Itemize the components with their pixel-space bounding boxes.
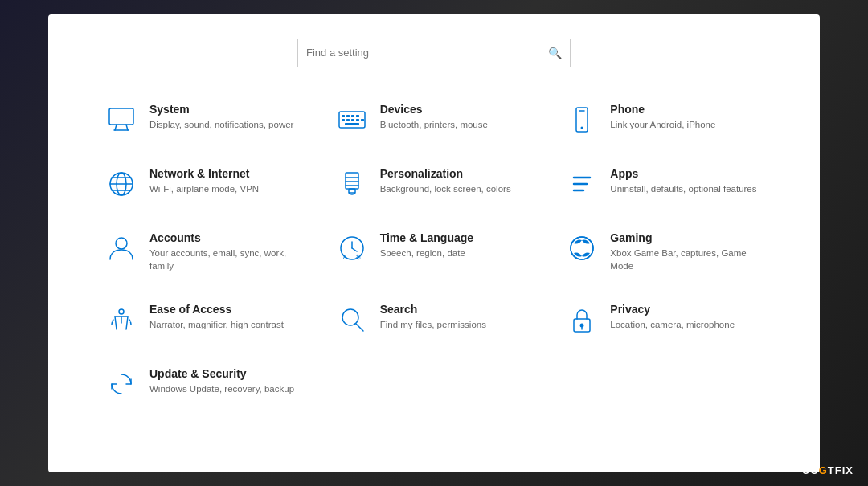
- settings-item-time[interactable]: A あ Time & Language Speech, region, date: [327, 220, 542, 284]
- phone-icon: [565, 103, 599, 137]
- accounts-desc: Your accounts, email, sync, work, family: [149, 247, 303, 272]
- settings-item-personalization[interactable]: Personalization Background, lock screen,…: [327, 156, 542, 212]
- settings-item-privacy[interactable]: Privacy Location, camera, microphone: [557, 292, 772, 348]
- clock-icon: A あ: [335, 231, 369, 265]
- svg-text:A: A: [343, 254, 347, 259]
- personalization-title: Personalization: [380, 167, 511, 180]
- svg-line-41: [356, 324, 363, 331]
- privacy-title: Privacy: [610, 303, 735, 316]
- gaming-text: Gaming Xbox Game Bar, captures, Game Mod…: [610, 231, 764, 272]
- person-icon: [104, 231, 138, 265]
- ease-title: Ease of Access: [149, 303, 284, 316]
- apps-icon: [565, 167, 599, 201]
- network-title: Network & Internet: [149, 167, 259, 180]
- settings-item-accounts[interactable]: Accounts Your accounts, email, sync, wor…: [96, 220, 311, 284]
- watermark: UCGTFIX: [802, 464, 854, 476]
- svg-rect-24: [349, 189, 355, 193]
- svg-point-39: [119, 309, 124, 314]
- search-desc: Find my files, permissions: [380, 318, 486, 331]
- settings-item-devices[interactable]: Devices Bluetooth, printers, mouse: [327, 92, 542, 148]
- settings-item-ease[interactable]: Ease of Access Narrator, magnifier, high…: [96, 292, 311, 348]
- devices-desc: Bluetooth, printers, mouse: [380, 118, 488, 131]
- lock-icon: [565, 303, 599, 337]
- settings-item-gaming[interactable]: Gaming Xbox Game Bar, captures, Game Mod…: [557, 220, 772, 284]
- update-desc: Windows Update, recovery, backup: [149, 382, 294, 395]
- settings-item-search[interactable]: Search Find my files, permissions: [327, 292, 542, 348]
- settings-window: 🔍 System Display, sound, notifications, …: [48, 14, 820, 472]
- privacy-text: Privacy Location, camera, microphone: [610, 303, 735, 331]
- brush-icon: [335, 167, 369, 201]
- svg-line-34: [352, 248, 357, 251]
- search-icon: [335, 303, 369, 337]
- apps-desc: Uninstall, defaults, optional features: [610, 182, 756, 195]
- phone-title: Phone: [610, 103, 715, 116]
- svg-rect-9: [342, 119, 345, 121]
- privacy-desc: Location, camera, microphone: [610, 318, 735, 331]
- svg-rect-14: [361, 119, 364, 121]
- svg-rect-0: [109, 108, 133, 125]
- svg-point-40: [342, 309, 358, 325]
- settings-item-system[interactable]: System Display, sound, notifications, po…: [96, 92, 311, 148]
- network-desc: Wi-Fi, airplane mode, VPN: [149, 182, 259, 195]
- svg-rect-13: [345, 123, 359, 125]
- keyboard-icon: [335, 103, 369, 137]
- update-text: Update & Security Windows Update, recove…: [149, 367, 294, 395]
- monitor-icon: [104, 103, 138, 137]
- gaming-title: Gaming: [610, 231, 764, 244]
- globe-icon: [104, 167, 138, 201]
- ease-desc: Narrator, magnifier, high contrast: [149, 318, 284, 331]
- personalization-text: Personalization Background, lock screen,…: [380, 167, 511, 195]
- time-text: Time & Language Speech, region, date: [380, 231, 473, 259]
- time-desc: Speech, region, date: [380, 247, 473, 259]
- update-icon: [104, 367, 138, 401]
- svg-point-17: [581, 126, 583, 129]
- settings-item-update[interactable]: Update & Security Windows Update, recove…: [96, 356, 311, 412]
- svg-rect-10: [346, 119, 350, 121]
- devices-text: Devices Bluetooth, printers, mouse: [380, 103, 488, 131]
- svg-point-31: [116, 238, 127, 249]
- settings-grid: System Display, sound, notifications, po…: [96, 92, 772, 412]
- svg-point-38: [571, 237, 593, 259]
- search-bar[interactable]: 🔍: [297, 39, 571, 67]
- svg-rect-6: [346, 115, 350, 117]
- settings-item-network[interactable]: Network & Internet Wi-Fi, airplane mode,…: [96, 156, 311, 212]
- devices-title: Devices: [380, 103, 488, 116]
- settings-item-apps[interactable]: Apps Uninstall, defaults, optional featu…: [557, 156, 772, 212]
- xbox-icon: [565, 231, 599, 265]
- search-title: Search: [380, 303, 486, 316]
- svg-rect-5: [342, 115, 345, 117]
- accessibility-icon: [104, 303, 138, 337]
- svg-line-2: [126, 125, 128, 130]
- svg-line-1: [115, 125, 117, 130]
- system-text: System Display, sound, notifications, po…: [149, 103, 293, 131]
- network-text: Network & Internet Wi-Fi, airplane mode,…: [149, 167, 259, 195]
- search-text: Search Find my files, permissions: [380, 303, 486, 331]
- search-input[interactable]: [306, 47, 548, 59]
- apps-title: Apps: [610, 167, 756, 180]
- search-icon: 🔍: [548, 47, 562, 59]
- apps-text: Apps Uninstall, defaults, optional featu…: [610, 167, 756, 195]
- settings-item-phone[interactable]: Phone Link your Android, iPhone: [557, 92, 772, 148]
- accounts-title: Accounts: [149, 231, 303, 244]
- svg-rect-8: [356, 115, 359, 117]
- phone-text: Phone Link your Android, iPhone: [610, 103, 715, 131]
- ease-text: Ease of Access Narrator, magnifier, high…: [149, 303, 284, 331]
- personalization-desc: Background, lock screen, colors: [380, 182, 511, 195]
- svg-text:あ: あ: [355, 254, 361, 260]
- svg-rect-7: [351, 115, 354, 117]
- phone-desc: Link your Android, iPhone: [610, 118, 715, 131]
- accounts-text: Accounts Your accounts, email, sync, wor…: [149, 231, 303, 272]
- svg-rect-12: [356, 119, 359, 121]
- system-title: System: [149, 103, 293, 116]
- gaming-desc: Xbox Game Bar, captures, Game Mode: [610, 247, 764, 272]
- time-title: Time & Language: [380, 231, 473, 244]
- system-desc: Display, sound, notifications, power: [149, 118, 293, 131]
- svg-rect-23: [346, 173, 358, 189]
- update-title: Update & Security: [149, 367, 294, 380]
- svg-rect-11: [351, 119, 354, 121]
